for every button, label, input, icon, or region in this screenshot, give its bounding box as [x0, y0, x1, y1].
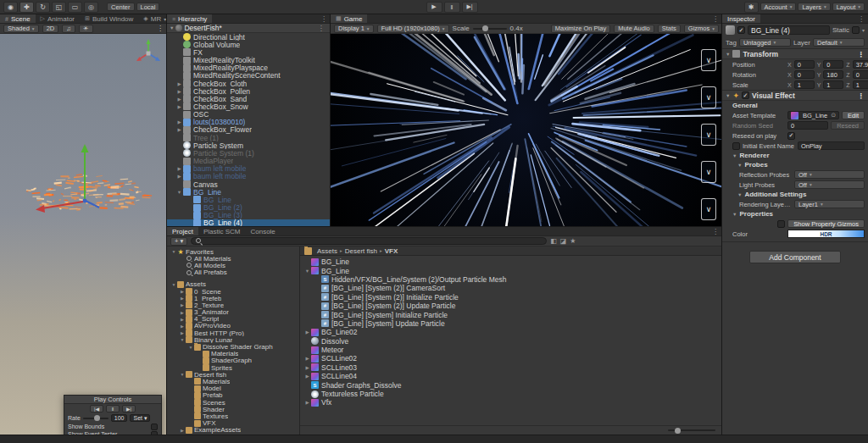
add-component-button[interactable]: Add Component — [749, 251, 841, 263]
breadcrumb-item[interactable]: Desert fish — [345, 247, 377, 255]
rate-value-field[interactable]: 100 — [111, 414, 128, 422]
thumbnail-zoom-slider[interactable] — [668, 429, 715, 431]
breadcrumb-item[interactable]: Assets — [317, 247, 337, 255]
foldout-arrow[interactable]: ▶ — [175, 127, 183, 132]
hierarchy-item[interactable]: ▼BG_Line — [167, 188, 331, 196]
project-tree-item[interactable]: ▶0_Scene — [167, 288, 299, 295]
tab-game[interactable]: ▦Game — [331, 14, 367, 23]
foldout-arrow[interactable]: ▶ — [179, 289, 186, 294]
project-file-item[interactable]: BG_Line — [300, 257, 722, 266]
hierarchy-item[interactable]: ▶CheckBox_Flower — [167, 126, 331, 134]
scene-options-icon[interactable]: ⋮ — [318, 24, 326, 32]
project-tree-item[interactable]: ▼Desert fish — [167, 371, 299, 378]
project-file-item[interactable]: SHidden/VFX/BG_Line/System (2)/Output Pa… — [300, 275, 722, 284]
step-forward-button[interactable]: ▶| — [122, 405, 136, 413]
axis-y-field[interactable]: 0 — [823, 60, 843, 69]
project-tree-item[interactable]: All Prefabs — [167, 269, 299, 276]
hierarchy-item[interactable]: BG_Line (3) — [167, 212, 331, 219]
project-tree-item[interactable]: Materials — [167, 378, 299, 385]
set-dropdown[interactable]: Set ▾ — [130, 414, 150, 422]
layout-dropdown[interactable]: Layout▾ — [832, 3, 865, 11]
hierarchy-scene-row[interactable]: ▼ DesertFish* ⋮ — [167, 24, 331, 33]
foldout-arrow[interactable]: ▼ — [732, 212, 737, 217]
component-menu-icon[interactable]: ⋮ — [858, 91, 865, 100]
search-by-label-icon[interactable]: ◪ — [560, 237, 567, 245]
reseed-on-play-checkbox[interactable] — [787, 132, 795, 140]
project-search-input[interactable] — [191, 237, 547, 245]
project-file-item[interactable]: ▶Vfx — [300, 398, 722, 407]
axis-x-field[interactable]: 1 — [794, 80, 815, 89]
hierarchy-item[interactable]: Canvas — [167, 180, 331, 188]
rect-tool-button[interactable]: ▭ — [68, 2, 82, 13]
project-tree-item[interactable]: ShaderGraph — [167, 357, 299, 364]
foldout-arrow[interactable]: ▶ — [303, 329, 311, 335]
tab-console[interactable]: Console — [245, 227, 280, 235]
rate-slider[interactable] — [83, 418, 108, 419]
foldout-arrow[interactable]: ▼ — [170, 282, 177, 287]
stats-button[interactable]: Stats — [658, 25, 681, 33]
foldout-arrow[interactable]: ▶ — [179, 310, 186, 315]
hierarchy-item[interactable]: OSC — [167, 111, 331, 119]
hierarchy-item[interactable]: Directional Light — [167, 33, 331, 41]
show-event-tester-checkbox[interactable] — [151, 431, 158, 435]
foldout-arrow[interactable]: ▼ — [179, 337, 186, 342]
project-file-item[interactable]: ▼BG_Line — [300, 266, 722, 274]
project-file-item[interactable]: ▶SCLLine02 — [300, 354, 722, 363]
hierarchy-item[interactable]: MixedRealitySceneContent — [167, 72, 331, 80]
project-file-item[interactable]: #[BG_Line] [System] Update Particle — [300, 319, 722, 328]
tab-hierarchy[interactable]: ≡Hierarchy — [167, 14, 212, 23]
tab-plastic-scm[interactable]: Plastic SCM — [198, 227, 246, 235]
axis-z-field[interactable]: 37.99 — [853, 60, 868, 69]
foldout-arrow[interactable]: ▶ — [179, 317, 186, 322]
tab-build-window[interactable]: ⊞Build Window — [80, 14, 138, 23]
foldout-arrow[interactable]: ▶ — [303, 365, 311, 370]
search-by-type-icon[interactable]: ◧ — [550, 237, 557, 245]
project-tree-item[interactable]: Prefab — [167, 392, 299, 399]
transform-tool-button[interactable]: ◎ — [84, 2, 98, 13]
scale-slider[interactable] — [473, 28, 507, 30]
foldout-arrow[interactable]: ▶ — [175, 81, 183, 86]
show-property-gizmos-button[interactable]: Show Property Gizmos — [787, 219, 865, 228]
maximize-on-play-button[interactable]: Maximize On Play — [551, 25, 610, 33]
foldout-arrow[interactable]: ▼ — [726, 52, 730, 57]
account-dropdown[interactable]: Account▾ — [760, 3, 797, 11]
project-file-item[interactable]: ▶SCLLine04 — [300, 372, 722, 380]
project-tree-item[interactable]: ▼Assets — [167, 281, 299, 288]
project-tree-item[interactable]: ▶1_Prefeb — [167, 295, 299, 302]
foldout-arrow[interactable]: ▶ — [303, 400, 311, 405]
asset-template-field[interactable]: BG_Line⊙ — [787, 111, 839, 119]
edit-button[interactable]: Edit — [842, 111, 865, 119]
active-checkbox[interactable] — [737, 26, 745, 34]
lighting-toggle-icon[interactable]: ☀ — [79, 25, 93, 33]
hierarchy-item[interactable]: BG_Line (4) — [167, 219, 331, 227]
hierarchy-item[interactable]: Tree (1) — [167, 134, 331, 141]
axis-x-field[interactable]: 0 — [794, 60, 815, 69]
foldout-arrow[interactable]: ▼ — [737, 163, 742, 168]
project-file-item[interactable]: ▶BG_Line02 — [300, 328, 722, 336]
step-back-button[interactable]: |◀ — [90, 405, 103, 413]
tab-animator[interactable]: ▷Animator — [36, 14, 80, 23]
foldout-arrow[interactable]: ▼ — [175, 190, 183, 195]
hierarchy-item[interactable]: Particle System — [167, 141, 331, 149]
foldout-arrow[interactable]: ▼ — [170, 25, 174, 30]
show-bounds-checkbox[interactable] — [151, 424, 158, 430]
axis-z-field[interactable]: 1 — [853, 80, 868, 89]
services-icon[interactable]: ✱ — [744, 2, 759, 13]
project-file-item[interactable]: #[BG_Line] [System (2)] Update Particle — [300, 302, 722, 310]
hierarchy-item[interactable]: Global Volume — [167, 41, 331, 48]
game-viewport[interactable]: ∨∨∨∨∨ — [331, 34, 722, 227]
space-toggle-button[interactable]: Local — [136, 3, 160, 11]
tab-project[interactable]: Project — [167, 227, 198, 235]
hierarchy-item[interactable]: ▶CheckBox_Snow — [167, 102, 331, 110]
project-tree-item[interactable]: Model — [167, 385, 299, 392]
project-tree-item[interactable]: Scenes — [167, 399, 299, 406]
display-dropdown[interactable]: Display 1▾ — [334, 25, 374, 33]
scene-menu-icon[interactable]: ⋮ — [157, 25, 164, 32]
hierarchy-item[interactable]: ▶CheckBox_Pollen — [167, 87, 331, 95]
project-tree-item[interactable]: ▼Binary Lunar — [167, 336, 299, 343]
project-file-item[interactable]: Textureless Particle — [300, 390, 722, 398]
project-tree-item[interactable]: Shader — [167, 406, 299, 413]
resolution-dropdown[interactable]: Full HD (1920x1080)▾ — [377, 25, 449, 33]
foldout-arrow[interactable]: ▶ — [175, 97, 183, 102]
project-tree-item[interactable]: ▼Dissolve Shader Graph — [167, 343, 299, 350]
